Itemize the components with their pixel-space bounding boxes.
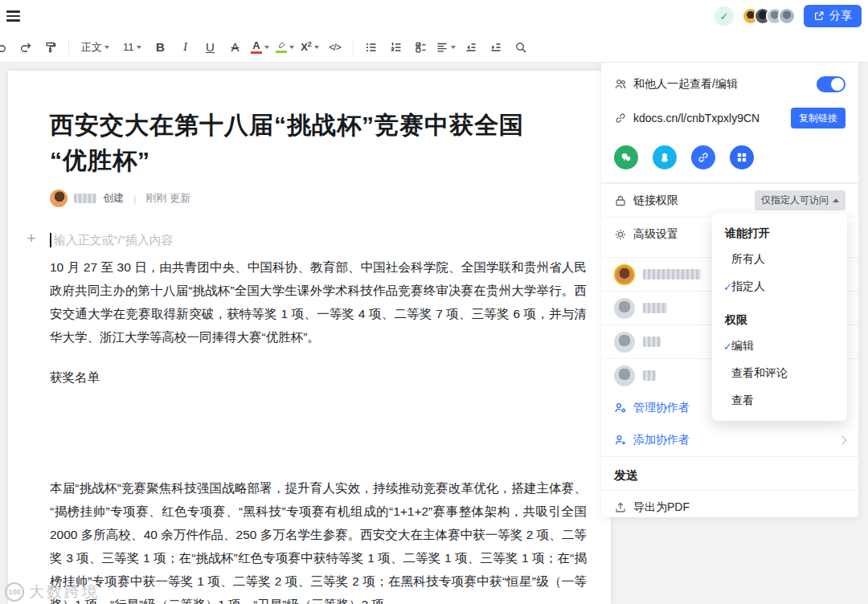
chevron-up-icon bbox=[833, 198, 839, 202]
redo-button[interactable] bbox=[15, 37, 36, 58]
share-toggle-label: 和他人一起查看/编辑 bbox=[633, 77, 738, 92]
italic-button[interactable]: I bbox=[175, 37, 196, 58]
strikethrough-button[interactable]: A bbox=[225, 37, 246, 58]
permission-dropdown: 谁能打开 所有人 ✓ 指定人 权限 ✓ 编辑 查看和评论 查看 bbox=[712, 214, 847, 421]
advanced-settings-label: 高级设置 bbox=[633, 227, 678, 242]
format-painter-button[interactable] bbox=[40, 37, 61, 58]
dropdown-option-view-comment[interactable]: 查看和评论 bbox=[712, 360, 847, 387]
send-section-title: 发送 bbox=[601, 457, 858, 490]
watermark-logo: 100 bbox=[5, 582, 24, 602]
text-cursor bbox=[50, 233, 51, 247]
export-pdf-label: 导出为PDF bbox=[633, 500, 690, 515]
lock-icon bbox=[614, 194, 627, 207]
search-button[interactable] bbox=[510, 37, 531, 58]
check-icon: ✓ bbox=[712, 341, 731, 353]
dropdown-option-specified[interactable]: ✓ 指定人 bbox=[712, 273, 847, 300]
gear-icon bbox=[614, 228, 627, 241]
check-icon: ✓ bbox=[712, 281, 731, 293]
option-label: 所有人 bbox=[731, 252, 847, 267]
watermark-text: 大数跨境 bbox=[29, 582, 100, 602]
chevron-down-icon bbox=[289, 46, 294, 49]
bold-button[interactable]: B bbox=[150, 37, 171, 58]
option-label: 指定人 bbox=[731, 280, 847, 294]
sync-status-icon: ✓ bbox=[714, 6, 734, 26]
export-pdf-icon bbox=[614, 501, 627, 514]
checklist-button[interactable] bbox=[411, 37, 432, 58]
font-size-value: 11 bbox=[123, 41, 134, 53]
link-permission-value: 仅指定人可访问 bbox=[761, 194, 829, 207]
share-toggle[interactable] bbox=[817, 76, 845, 92]
meta-divider: | bbox=[130, 193, 139, 205]
collaborator-name-redacted bbox=[643, 370, 656, 381]
highlight-button[interactable] bbox=[275, 37, 296, 58]
underline-button[interactable]: U bbox=[200, 37, 221, 58]
awards-heading[interactable]: 获奖名单 bbox=[50, 369, 587, 386]
toolbar-divider bbox=[353, 40, 354, 55]
superscript-button[interactable]: X2 bbox=[300, 37, 321, 58]
share-toggle-row: 和他人一起查看/编辑 bbox=[601, 68, 858, 100]
indent-decrease-button[interactable] bbox=[461, 37, 481, 58]
share-icon bbox=[813, 10, 825, 22]
dropdown-option-everyone[interactable]: 所有人 bbox=[712, 246, 847, 273]
chevron-down-icon bbox=[137, 46, 141, 49]
add-collaborator-label: 添加协作者 bbox=[633, 433, 690, 447]
chevron-down-icon bbox=[264, 46, 269, 49]
dropdown-option-view[interactable]: 查看 bbox=[712, 387, 847, 414]
option-label: 查看和评论 bbox=[731, 366, 847, 381]
dropdown-section-who: 谁能打开 bbox=[712, 218, 847, 246]
collaborator-avatar bbox=[614, 264, 635, 285]
paragraph-1[interactable]: 10 月 27 至 30 日，由共青团中央、中国科协、教育部、中国社会科学院、全… bbox=[50, 255, 587, 349]
manage-collaborators-label: 管理协作者 bbox=[633, 401, 690, 415]
align-dropdown[interactable] bbox=[436, 37, 457, 58]
chevron-down-icon bbox=[104, 46, 109, 49]
collaborator-name-redacted bbox=[643, 269, 701, 280]
top-bar: ✓ 分享 bbox=[0, 0, 868, 32]
toolbar-divider bbox=[68, 40, 69, 55]
add-collaborator-row[interactable]: 添加协作者 bbox=[601, 424, 858, 456]
collaborator-avatar bbox=[614, 298, 635, 319]
updated-label: 刚刚 更新 bbox=[145, 191, 190, 206]
link-permission-label: 链接权限 bbox=[633, 194, 678, 208]
creator-avatar bbox=[50, 190, 68, 207]
qq-share-icon[interactable] bbox=[653, 145, 677, 169]
insert-block-button[interactable]: + bbox=[23, 230, 40, 247]
undo-button[interactable] bbox=[0, 37, 11, 58]
creator-name-redacted bbox=[74, 194, 96, 203]
copy-link-circle-icon[interactable] bbox=[691, 145, 715, 169]
collaborator-avatar bbox=[614, 365, 635, 386]
highlight-icon bbox=[276, 41, 287, 54]
manage-collaborators-icon bbox=[614, 402, 627, 414]
app-window: ✓ 分享 正文 11 B I U A A bbox=[0, 0, 868, 604]
topbar-right-cluster: ✓ 分享 bbox=[714, 5, 862, 27]
dropdown-section-permission: 权限 bbox=[712, 305, 847, 333]
share-link-row: kdocs.cn/l/cnbTxpxly9CN 复制链接 bbox=[601, 100, 858, 136]
more-apps-share-icon[interactable] bbox=[730, 145, 754, 169]
collaborator-avatar-group[interactable] bbox=[742, 7, 796, 25]
indent-increase-button[interactable] bbox=[485, 37, 506, 58]
paragraph-2[interactable]: 本届“挑战杯”竞赛聚焦科技强国战略部署，提升育人实效，持续推动竞赛改革优化，搭建… bbox=[50, 476, 587, 604]
menu-icon[interactable] bbox=[6, 6, 27, 27]
document-page[interactable]: 西安交大在第十八届“挑战杯”竞赛中获全国 “优胜杯” 创建 | 刚刚 更新 + … bbox=[8, 71, 611, 604]
document-meta: 创建 | 刚刚 更新 bbox=[50, 190, 587, 207]
chevron-down-icon bbox=[451, 46, 456, 49]
code-button[interactable]: </> bbox=[325, 37, 346, 58]
option-label: 查看 bbox=[731, 394, 847, 408]
numbered-list-button[interactable] bbox=[386, 37, 407, 58]
option-label: 编辑 bbox=[731, 339, 847, 353]
bullet-list-button[interactable] bbox=[361, 37, 382, 58]
export-pdf-row[interactable]: 导出为PDF bbox=[601, 490, 858, 524]
chevron-right-icon bbox=[837, 435, 846, 444]
wechat-share-icon[interactable] bbox=[614, 145, 638, 169]
share-channels bbox=[601, 136, 858, 182]
share-link-url[interactable]: kdocs.cn/l/cnbTxpxly9CN bbox=[633, 112, 784, 124]
empty-paragraph[interactable]: + 输入正文或“/”插入内容 bbox=[50, 231, 587, 249]
created-label: 创建 bbox=[103, 191, 124, 206]
font-size-dropdown[interactable]: 11 bbox=[118, 37, 146, 58]
share-button[interactable]: 分享 bbox=[804, 5, 862, 27]
copy-link-button[interactable]: 复制链接 bbox=[791, 108, 845, 129]
link-icon bbox=[614, 112, 627, 124]
font-color-button[interactable]: A bbox=[250, 37, 271, 58]
paragraph-style-dropdown[interactable]: 正文 bbox=[76, 37, 114, 58]
dropdown-option-edit[interactable]: ✓ 编辑 bbox=[712, 333, 847, 360]
link-permission-select[interactable]: 仅指定人可访问 bbox=[755, 190, 845, 210]
